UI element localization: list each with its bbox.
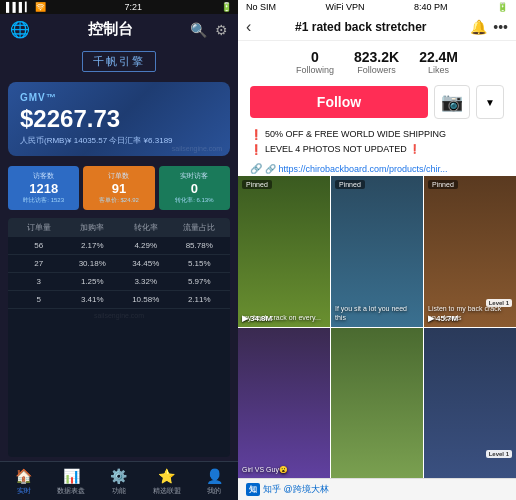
- video-cell-4[interactable]: Girl VS Guy😮: [238, 328, 330, 479]
- battery-icon: 🔋: [221, 2, 232, 12]
- home-icon: 🏠: [15, 468, 32, 484]
- settings-icon[interactable]: ⚙: [215, 22, 228, 38]
- battery-icon: 🔋: [497, 2, 508, 12]
- left-panel: ▌▌▌▎ 🛜 7:21 🔋 🌐 控制台 🔍 ⚙ 千帆引擎 GMV™ $2267.…: [0, 0, 238, 500]
- play-icon-1: ▶: [242, 314, 248, 323]
- pinned-badge-2: Pinned: [335, 180, 365, 189]
- following-value: 0: [296, 49, 334, 65]
- back-button[interactable]: ‹: [246, 18, 251, 36]
- table-header: 订单量 加购率 转化率 流量占比: [8, 218, 230, 237]
- profile-stats: 0 Following 823.2K Followers 22.4M Likes: [238, 41, 516, 79]
- pinned-badge-1: Pinned: [242, 180, 272, 189]
- view-count-3: ▶ 45.7M: [428, 314, 458, 323]
- right-bottom-bar: 知 知乎 @跨境大林: [238, 478, 516, 500]
- follow-button[interactable]: Follow: [250, 86, 428, 118]
- link-icon: 🔗: [250, 163, 262, 174]
- left-header: 🌐 控制台 🔍 ⚙: [0, 14, 238, 45]
- alert-line-2: ❗ LEVEL 4 PHOTOS NOT UPDATED ❗: [250, 142, 504, 157]
- dropdown-button[interactable]: ▼: [476, 85, 504, 119]
- profile-link[interactable]: 🔗 🔗 https://chirobackboard.com/products/…: [238, 161, 516, 176]
- nav-item-functions[interactable]: ⚙️ 功能: [95, 468, 143, 496]
- video-cell-6[interactable]: Level 1: [424, 328, 516, 479]
- signal-icon: ▌▌▌▎ 🛜: [6, 2, 46, 12]
- zhihu-badge: 知 知乎 @跨境大林: [246, 483, 329, 496]
- chart-icon: 📊: [63, 468, 80, 484]
- alert-line-1: ❗ 50% OFF & FREE WORLD WIDE SHIPPING: [250, 127, 504, 142]
- notification-icon[interactable]: 🔔: [470, 19, 487, 35]
- person-icon: 👤: [206, 468, 223, 484]
- stat-orders: 订单数 91 客单价: $24.92: [83, 166, 154, 210]
- nav-item-dashboard[interactable]: 📊 数据表盘: [48, 468, 96, 496]
- table-row: 56 2.17% 4.29% 85.78%: [8, 237, 230, 255]
- more-options-icon[interactable]: •••: [493, 19, 508, 35]
- video-cell-3[interactable]: Pinned Level 1 Listen to my back crack o…: [424, 176, 516, 327]
- view-count-1: ▶ 34.8M: [242, 314, 272, 323]
- alert-icon-2: ❗: [250, 142, 262, 157]
- header-icons: 🔍 ⚙: [190, 22, 228, 38]
- followers-value: 823.2K: [354, 49, 399, 65]
- right-panel: No SIM WiFi VPN 8:40 PM 🔋 ‹ #1 rated bac…: [238, 0, 516, 500]
- no-sim-label: No SIM: [246, 2, 276, 12]
- follow-row: Follow 📷 ▼: [238, 79, 516, 125]
- video-text-4: Girl VS Guy😮: [242, 465, 326, 474]
- gmv-card: GMV™ $2267.73 人民币(RMB)¥ 14035.57 今日汇率 ¥6…: [8, 82, 230, 156]
- right-status-bar: No SIM WiFi VPN 8:40 PM 🔋: [238, 0, 516, 14]
- pinned-badge-3: Pinned: [428, 180, 458, 189]
- level-badge-6: Level 1: [486, 450, 512, 458]
- chevron-down-icon: ▼: [485, 97, 495, 108]
- table-row: 3 1.25% 3.32% 5.97%: [8, 273, 230, 291]
- instagram-icon: 📷: [441, 91, 463, 113]
- likes-value: 22.4M: [419, 49, 458, 65]
- play-icon-3: ▶: [428, 314, 434, 323]
- nav-item-realtime[interactable]: 🏠 实时: [0, 468, 48, 496]
- likes-label: Likes: [419, 65, 458, 75]
- right-time: 8:40 PM: [414, 2, 448, 12]
- followers-stat: 823.2K Followers: [354, 49, 399, 75]
- video-cell-1[interactable]: Pinned my back crack on every... ▶ 34.8M: [238, 176, 330, 327]
- likes-stat: 22.4M Likes: [419, 49, 458, 75]
- zhihu-icon: 知: [246, 483, 260, 496]
- gear-icon: ⚙️: [110, 468, 127, 484]
- table-watermark: sailsengine.com: [8, 309, 230, 322]
- instagram-button[interactable]: 📷: [434, 85, 470, 119]
- search-icon[interactable]: 🔍: [190, 22, 207, 38]
- globe-icon: 🌐: [10, 20, 30, 39]
- stat-realtime: 实时访客 0 转化率: 6.13%: [159, 166, 230, 210]
- video-grid: Pinned my back crack on every... ▶ 34.8M…: [238, 176, 516, 478]
- watermark: sailsengine.com: [172, 145, 222, 152]
- brand-text: 千帆引擎: [82, 51, 156, 72]
- data-table: 订单量 加购率 转化率 流量占比 56 2.17% 4.29% 85.78% 2…: [8, 218, 230, 457]
- video-text-2: If you sit a lot you need this: [335, 304, 419, 322]
- bottom-nav: 🏠 实时 📊 数据表盘 ⚙️ 功能 ⭐ 精选联盟 👤 我的: [0, 461, 238, 500]
- left-status-bar: ▌▌▌▎ 🛜 7:21 🔋: [0, 0, 238, 14]
- brand-logo: 千帆引擎: [0, 45, 238, 76]
- alerts-section: ❗ 50% OFF & FREE WORLD WIDE SHIPPING ❗ L…: [238, 125, 516, 161]
- wifi-label: WiFi VPN: [326, 2, 365, 12]
- nav-item-profile[interactable]: 👤 我的: [190, 468, 238, 496]
- alert-icon-1: ❗: [250, 127, 262, 142]
- stat-visitors: 访客数 1218 昨比访客: 1523: [8, 166, 79, 210]
- gmv-label: GMV™: [20, 92, 218, 103]
- stats-row: 访客数 1218 昨比访客: 1523 订单数 91 客单价: $24.92 实…: [8, 166, 230, 210]
- profile-title: #1 rated back stretcher: [257, 20, 464, 34]
- table-row: 27 30.18% 34.45% 5.15%: [8, 255, 230, 273]
- table-row: 5 3.41% 10.58% 2.11%: [8, 291, 230, 309]
- right-top-nav: ‹ #1 rated back stretcher 🔔 •••: [238, 14, 516, 41]
- gmv-value: $2267.73: [20, 105, 218, 133]
- left-title: 控制台: [88, 20, 133, 39]
- star-icon: ⭐: [158, 468, 175, 484]
- following-label: Following: [296, 65, 334, 75]
- video-cell-2[interactable]: Pinned If you sit a lot you need this: [331, 176, 423, 327]
- followers-label: Followers: [354, 65, 399, 75]
- video-cell-5[interactable]: [331, 328, 423, 479]
- nav-item-alliance[interactable]: ⭐ 精选联盟: [143, 468, 191, 496]
- left-time: 7:21: [125, 2, 143, 12]
- following-stat: 0 Following: [296, 49, 334, 75]
